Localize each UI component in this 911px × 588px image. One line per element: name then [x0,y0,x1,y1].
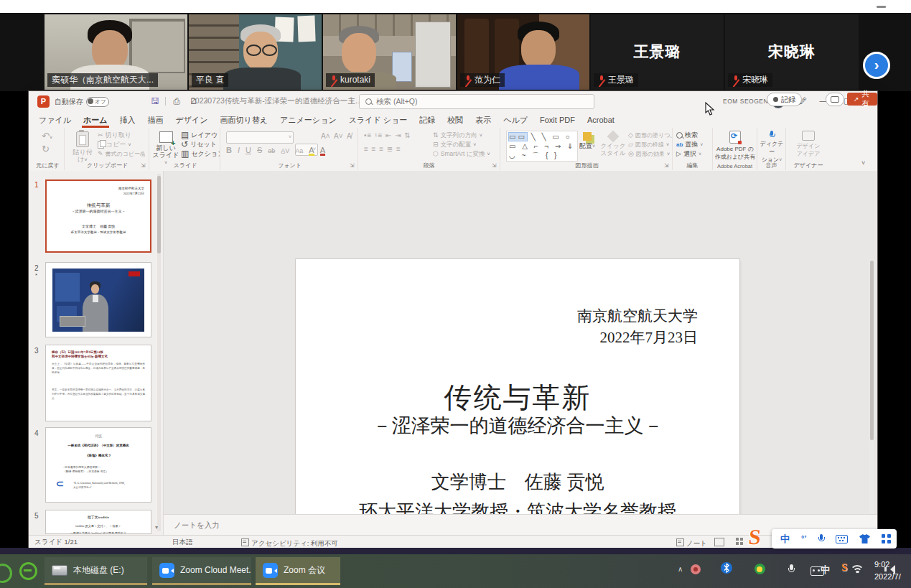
notes-toggle-button[interactable]: ノート [676,538,707,549]
copy-button[interactable]: コピー˅ [98,140,145,149]
browser-icon[interactable] [19,562,37,580]
tab-acrobat[interactable]: Acrobat [587,112,615,128]
clear-format-icon[interactable]: A̸ [347,132,352,140]
slide-sorter-view-icon[interactable] [736,538,744,545]
wifi-icon[interactable] [850,565,863,575]
italic-button[interactable]: I [238,146,240,154]
paragraph-row1-icons[interactable]: •≡ ¹≡ ⇤ ⇥ ⇅ [364,131,411,139]
input-language-button[interactable]: 中 [780,534,790,543]
tab-slideshow[interactable]: スライド ショー [349,112,408,128]
toolbox-icon[interactable] [882,534,891,543]
taskbar-item-zoom-meeting[interactable]: Zoom 会议 [256,557,340,585]
quick-styles-button[interactable]: クイック スタイル [599,132,627,157]
participant-tile-3[interactable]: kurotaki [323,14,456,90]
tab-record[interactable]: 記録 [419,112,435,128]
participant-tile-5[interactable]: 王景璐 王景璐 [591,14,724,90]
arrange-button[interactable]: 配置˅ [576,132,598,150]
tab-review[interactable]: 校閲 [447,112,463,128]
shape-gallery-row1[interactable]: ▭▭ ╲ ╲ ▭ ○ [509,132,575,141]
slide-thumbnail-4[interactable]: 传统 一般来说《现代汉语》〈中文版〉对其概念 《辞海》概念化？ ○日本最早的儒学… [45,427,151,503]
slide-thumbnail-3[interactable]: 摘自（旧）日报2012年7月9日第24版和中文语境中国儒学博士论坛·新儒文化 大… [45,345,151,421]
dialog-launcher-icon[interactable]: ⇲ [492,162,498,169]
dialog-launcher-icon[interactable]: ⇲ [141,162,147,169]
powerpoint-logo-icon[interactable]: P [37,95,50,108]
bluetooth-icon[interactable] [721,562,732,574]
tray-expand-icon[interactable]: ∧ [678,565,683,573]
tab-draw[interactable]: 描画 [148,112,164,128]
language-indicator[interactable]: 日本語 [172,538,193,547]
undo-icon[interactable]: ˅ [42,131,52,141]
highlight-color-button[interactable]: A [309,146,314,156]
tab-view[interactable]: 表示 [475,112,491,128]
tray-app-icon-green[interactable] [755,564,765,574]
save-icon[interactable]: 🖫 [149,95,161,107]
slide-thumbnail-5[interactable]: 拉丁文traditio traditio 原义是＜交付＞、＜传承＞ 一般都认为是… [45,510,151,534]
collapse-ribbon-icon[interactable]: ˅ [861,159,865,167]
tab-foxit-pdf[interactable]: Foxit PDF [540,112,575,128]
shape-gallery-row2[interactable]: ▭ △ ⌐ ¬ ⇒ ⇓ [509,141,575,151]
strikethrough-button[interactable]: S [257,146,262,154]
tray-app-icon-red[interactable] [691,564,701,574]
shrink-font-button[interactable]: A˅ [334,132,343,140]
tab-transitions[interactable]: 画面切り替え [220,112,268,128]
minimize-strip-icon[interactable] [877,6,886,8]
replace-button[interactable]: ab置換˅ [676,140,703,149]
taskbar-item-zoom-cloud[interactable]: Zoom Cloud Meet... [152,557,251,585]
thumbnail-scroll-down-icon[interactable]: ▾ [155,524,158,531]
dialog-launcher-icon[interactable]: ⇲ [664,162,671,169]
text-direction-button[interactable]: ⇅文字列の方向˅ [433,131,490,140]
normal-view-icon[interactable] [714,538,724,546]
paragraph-row2-icons[interactable]: ≡ ≡ ≡ ≣ ≡ [364,145,401,153]
smartart-button[interactable]: ⬡SmartArt に変換˅ [433,149,490,159]
font-color-button[interactable]: A [320,146,325,156]
slide-thumbnail-1[interactable]: 南京航空航天大学2022年7月23日 传统与革新 －涩泽荣一的道德经济合一主义－… [45,179,151,253]
change-case-button[interactable]: Aa [295,147,303,154]
find-button[interactable]: 検索 [676,131,703,140]
slide-thumbnail-2[interactable] [45,262,151,337]
grow-font-button[interactable]: A˄ [321,132,330,140]
shape-effects-button[interactable]: ◎図形の効果˅ [628,149,673,159]
taskbar-item-local-disk[interactable]: 本地磁盘 (E:) [45,557,147,585]
participant-tile-1[interactable]: 窦硕华（南京航空航天大... [45,14,187,90]
tab-help[interactable]: ヘルプ [503,112,528,128]
accessibility-status[interactable]: アクセシビリティ: 利用不可 [241,538,338,549]
start-orb-icon[interactable] [0,564,12,583]
tab-insert[interactable]: 挿入 [120,112,136,128]
bold-button[interactable]: B [226,146,232,154]
tab-animations[interactable]: アニメーション [280,112,337,128]
record-button[interactable]: 記録 [767,93,802,106]
sogou-logo[interactable]: S [747,525,762,549]
account-name[interactable]: EOM SEOGEN [723,98,768,105]
tab-file[interactable]: ファイル [39,112,71,128]
cut-button[interactable]: 切り取り [98,131,145,140]
participant-tile-4[interactable]: 范为仁 [457,14,589,90]
tray-ime-indicator[interactable]: 中 [821,564,830,577]
tray-sogou-icon[interactable]: S [841,561,847,574]
thumbnail-scrollbar[interactable] [157,174,161,531]
create-pdf-button[interactable]: Adobe PDF の 作成および共有 [714,131,756,161]
font-name-select[interactable] [226,131,294,144]
voice-input-icon[interactable] [818,534,824,543]
shape-outline-button[interactable]: ▱図形の枠線˅ [628,140,673,149]
print-icon[interactable]: ⎙ [171,95,182,107]
select-button[interactable]: ▷選択˅ [676,149,703,159]
search-input[interactable]: 検索 (Alt+Q) [359,94,594,109]
next-participants-button[interactable]: › [863,52,890,79]
title-dropdown-icon[interactable]: ˅ [350,99,353,104]
paste-button[interactable]: 貼り付け˅ [70,131,95,164]
tab-home[interactable]: ホーム [83,112,108,128]
clock[interactable]: 9:02 2022/7/ [874,559,911,583]
comments-button[interactable] [826,93,844,106]
shape-fill-button[interactable]: ◇図形の塗りつぶし˅ [628,131,673,140]
dialog-launcher-icon[interactable]: ⇲ [350,162,356,169]
tab-design[interactable]: デザイン [176,112,208,128]
dictate-button[interactable]: ディクテー ション˅ [758,131,785,164]
participant-tile-2[interactable]: 平良 直 [189,14,322,90]
design-ideas-button[interactable]: デザイン アイデア [790,131,826,158]
shape-gallery-row3[interactable]: ◡ ~ ⌒ { } [509,151,575,160]
align-text-button[interactable]: ⊟文字の配置˅ [433,140,490,149]
punctuation-button[interactable]: °’ [801,535,806,543]
strike-ab-button[interactable]: ab [268,147,275,154]
participant-tile-6[interactable]: 宋晓琳 宋晓琳 [725,14,859,90]
redo-icon[interactable] [42,144,50,154]
